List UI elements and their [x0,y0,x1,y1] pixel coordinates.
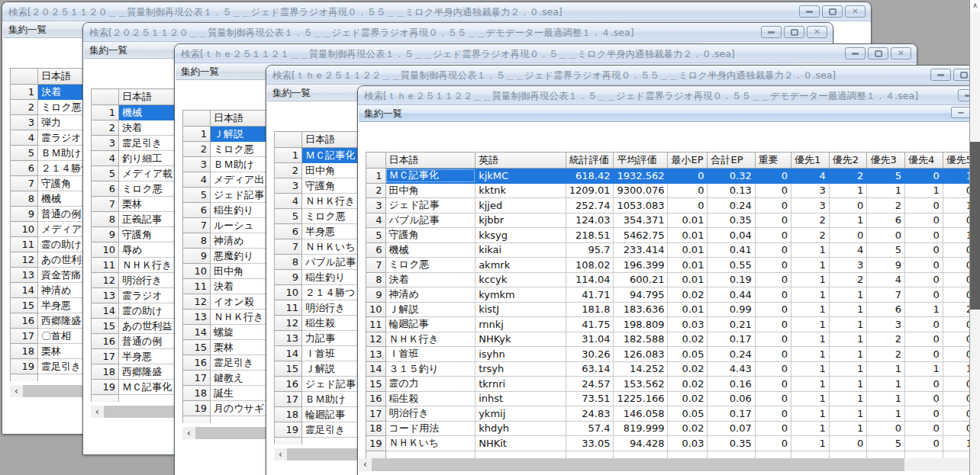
table-cell[interactable]: 0 [755,361,791,377]
table-cell[interactable]: 0 [829,436,867,451]
table-cell[interactable]: 0.03 [668,436,708,451]
table-cell[interactable]: ＭＣ記事化 [385,168,475,184]
table-cell[interactable]: 1 [905,183,943,198]
table-cell[interactable]: 0.24 [708,198,755,213]
table-cell[interactable]: 124.03 [566,213,614,228]
table-cell[interactable]: 819.999 [614,421,668,436]
table-cell[interactable]: 守護角 [385,228,475,243]
table-cell[interactable]: ３１５釣り [385,361,475,377]
minimize-button[interactable] [845,47,866,59]
table-cell[interactable]: 0.24 [708,347,755,362]
table-cell[interactable]: 0.13 [708,183,755,198]
column-header-5[interactable]: 最小EP [668,152,708,168]
close-button[interactable]: ✕ [807,26,827,38]
table-row[interactable]: 5守護角kksyg218.515462.750.010.04020001 [366,228,976,243]
table-cell[interactable]: 0 [905,436,943,451]
table-row[interactable]: 7ミロク悪akmrk108.02196.3990.010.55013900 [366,258,976,273]
table-cell[interactable] [566,451,614,458]
table-cell[interactable]: kktnk [475,183,566,198]
table-cell[interactable]: 95.7 [566,242,614,258]
table-cell[interactable]: 0 [668,198,708,213]
table-cell[interactable]: 0 [867,228,905,243]
table-cell[interactable]: 0 [755,377,791,392]
table-cell[interactable]: 1 [867,391,905,406]
title-bar[interactable]: 検索[２０２５１１２０＿＿質量制御再現公表１．５＿＿ジェド霊界ラジオ再現０．５５… [83,23,833,42]
table-cell[interactable]: NHKyk [475,332,566,347]
table-cell[interactable]: 0 [905,228,943,243]
maximize-button[interactable] [868,47,888,59]
table-cell[interactable]: rnnkj [475,317,566,332]
column-header-7[interactable]: 重要 [755,152,791,168]
table-cell[interactable]: 1 [791,317,830,332]
table-cell[interactable]: Ｊ解説 [385,302,475,317]
table-cell[interactable]: 1 [867,406,905,422]
table-cell[interactable]: 0.02 [668,332,708,347]
table-cell[interactable]: 機械 [385,242,475,258]
table-cell[interactable]: 1 [905,302,943,317]
table-cell[interactable]: 600.21 [614,272,668,287]
table-row[interactable]: 17明治行きykmij24.83146.0580.050.17011100 [366,406,976,422]
table-cell[interactable]: akmrk [475,258,566,273]
close-button[interactable]: ✕ [845,5,866,18]
maximize-button[interactable] [784,26,804,38]
table-cell[interactable]: 0 [905,198,943,213]
table-cell[interactable]: 1 [791,287,830,303]
table-row[interactable]: 12ＮＨＫ行きNHKyk31.04182.5880.020.17011200 [366,332,976,347]
column-header-8[interactable]: 優先1 [791,152,830,168]
table-cell[interactable]: 63.14 [566,361,614,377]
table-row[interactable]: 9神清めkymkm41.7194.7950.020.44011700 [366,287,976,303]
table-cell[interactable]: 0 [829,228,867,243]
scrollbar-thumb[interactable] [372,458,904,471]
table-cell[interactable]: 0 [755,421,791,436]
table-row[interactable]: 14３１５釣りtrsyh63.1414.2520.024.43011111 [366,361,976,377]
table-cell[interactable]: 1 [791,332,830,347]
table-cell[interactable]: 0.55 [708,258,755,273]
table-cell[interactable]: 0 [905,347,943,362]
table-row[interactable]: 6機械kikai95.7233.4140.010.41014500 [366,242,976,258]
table-cell[interactable]: 0 [905,272,943,287]
table-cell[interactable]: Ｉ首班 [385,347,475,362]
table-cell[interactable]: 1 [867,183,905,198]
minimize-button[interactable] [930,69,951,81]
table-cell[interactable]: 0 [755,347,791,362]
table-cell[interactable]: 0 [755,213,791,228]
scroll-left-icon[interactable]: ‹ [359,458,372,471]
table-cell[interactable]: 4 [829,242,867,258]
table-cell[interactable]: 0.35 [708,436,755,451]
column-header-1[interactable]: 日本語 [385,152,475,168]
table-cell[interactable]: 3 [791,198,830,213]
table-cell[interactable]: 1 [791,436,830,451]
table-cell[interactable]: 0 [755,302,791,317]
table-cell[interactable]: 183.636 [614,302,668,317]
table-cell[interactable]: kistJ [475,302,566,317]
table-cell[interactable]: 0.05 [668,347,708,362]
table-cell[interactable]: 0 [668,168,708,184]
panel-title-bar[interactable]: 集約一覧 [359,105,977,122]
minimize-button[interactable] [761,26,782,38]
table-cell[interactable]: 1 [791,361,830,377]
table-cell[interactable]: 1 [791,347,830,362]
table-cell[interactable]: コード用法 [385,421,475,436]
table-cell[interactable]: 6 [867,213,905,228]
table-cell[interactable]: 5462.75 [614,228,668,243]
table-cell[interactable]: 233.414 [614,242,668,258]
scroll-left-icon[interactable]: ‹ [274,448,287,461]
table-row[interactable]: 10Ｊ解説kistJ181.8183.6360.010.99011612 [366,302,976,317]
table-row[interactable]: 19ＮＨＫいちNHKit33.0594.4280.030.35010501 [366,436,976,451]
table-cell[interactable]: 2 [829,272,867,287]
table-cell[interactable]: 126.083 [614,347,668,362]
table-cell[interactable]: 0.17 [708,332,755,347]
table-cell[interactable] [905,451,943,458]
table-cell[interactable]: 24.57 [566,377,614,392]
table-cell[interactable]: 0.01 [668,272,708,287]
table-row[interactable]: 11輪廻記事rnnkj41.75198.8090.030.21011300 [366,317,976,332]
table-cell[interactable]: 9300.076 [614,183,668,198]
table-cell[interactable]: 181.8 [566,302,614,317]
table-cell[interactable]: 1 [829,421,867,436]
table-cell[interactable]: 252.74 [566,198,614,213]
table-cell[interactable]: 0.02 [668,361,708,377]
table-cell[interactable]: ykmij [475,406,566,422]
table-cell[interactable]: 輪廻記事 [385,317,475,332]
table-cell[interactable]: 5 [867,242,905,258]
table-cell[interactable]: 0.41 [708,242,755,258]
